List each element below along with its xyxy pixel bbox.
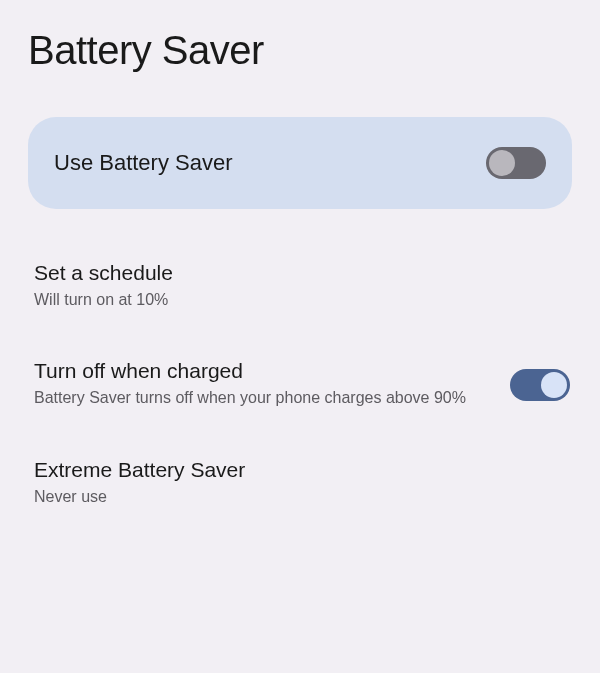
turn-off-when-charged-toggle[interactable] [510, 369, 570, 401]
set-schedule-subtitle: Will turn on at 10% [34, 289, 550, 311]
turn-off-when-charged-subtitle: Battery Saver turns off when your phone … [34, 387, 490, 409]
extreme-battery-saver-row[interactable]: Extreme Battery Saver Never use [28, 458, 572, 508]
set-schedule-row[interactable]: Set a schedule Will turn on at 10% [28, 261, 572, 311]
turn-off-when-charged-row[interactable]: Turn off when charged Battery Saver turn… [28, 359, 572, 409]
setting-text: Set a schedule Will turn on at 10% [34, 261, 570, 311]
set-schedule-title: Set a schedule [34, 261, 550, 285]
extreme-battery-saver-title: Extreme Battery Saver [34, 458, 550, 482]
toggle-knob-icon [489, 150, 515, 176]
use-battery-saver-label: Use Battery Saver [54, 150, 233, 176]
setting-text: Turn off when charged Battery Saver turn… [34, 359, 510, 409]
extreme-battery-saver-subtitle: Never use [34, 486, 550, 508]
turn-off-when-charged-title: Turn off when charged [34, 359, 490, 383]
setting-text: Extreme Battery Saver Never use [34, 458, 570, 508]
use-battery-saver-card[interactable]: Use Battery Saver [28, 117, 572, 209]
page-title: Battery Saver [28, 28, 572, 73]
use-battery-saver-toggle[interactable] [486, 147, 546, 179]
toggle-knob-icon [541, 372, 567, 398]
